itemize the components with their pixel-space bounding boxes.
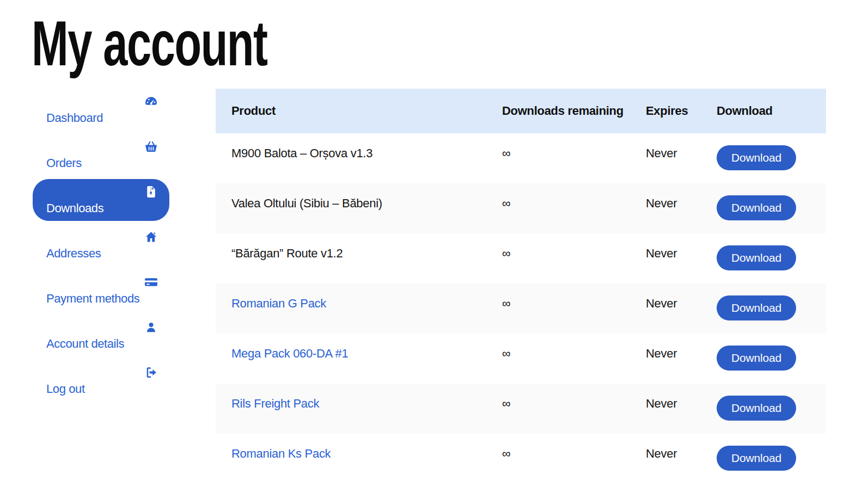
download-button[interactable]: Download (717, 245, 796, 270)
column-header-expires: Expires (646, 104, 717, 118)
downloads-remaining-value: ∞ (502, 334, 646, 361)
product-name: Valea Oltului (Sibiu – Băbeni) (231, 183, 502, 211)
column-header-product: Product (231, 104, 502, 118)
expires-value: Never (646, 233, 717, 261)
downloads-remaining-value: ∞ (502, 283, 646, 311)
product-link[interactable]: Rils Freight Pack (231, 384, 502, 411)
basket-icon (46, 140, 158, 154)
downloads-remaining-value: ∞ (502, 183, 646, 211)
account-sidebar: Dashboard Orders Downloads Addresses Pay… (33, 89, 169, 405)
sidebar-item-label: Log out (46, 382, 158, 396)
sidebar-item-payment-methods[interactable]: Payment methods (33, 269, 169, 311)
tachometer-icon (46, 95, 158, 109)
download-button[interactable]: Download (717, 195, 796, 220)
sidebar-item-label: Payment methods (46, 292, 158, 306)
sidebar-item-label: Addresses (46, 246, 158, 261)
table-row: Romanian Ks Pack ∞ Never Download (216, 434, 826, 484)
table-row: Rils Freight Pack ∞ Never Download (216, 384, 826, 434)
table-row: Valea Oltului (Sibiu – Băbeni) ∞ Never D… (216, 183, 826, 233)
table-header: ProductDownloads remainingExpiresDownloa… (216, 89, 826, 133)
table-row: M900 Balota – Orșova v1.3 ∞ Never Downlo… (216, 133, 826, 183)
table-row: “Bărăgan” Route v1.2 ∞ Never Download (216, 233, 826, 283)
home-icon (46, 230, 158, 244)
product-link[interactable]: Romanian Ks Pack (231, 434, 502, 461)
expires-value: Never (646, 133, 717, 161)
credit-card-icon (46, 275, 158, 289)
product-name: “Bărăgan” Route v1.2 (231, 233, 502, 261)
my-account-page: { "page": { "title": "My account" }, "co… (0, 0, 868, 487)
column-header-downloads-remaining: Downloads remaining (502, 104, 646, 118)
downloads-remaining-value: ∞ (502, 384, 646, 411)
expires-value: Never (646, 434, 717, 461)
sidebar-item-log-out[interactable]: Log out (33, 360, 169, 402)
sidebar-item-label: Dashboard (46, 111, 158, 125)
column-header-download: Download (717, 104, 810, 118)
sidebar-item-orders[interactable]: Orders (33, 134, 169, 176)
page-title: My account (32, 12, 267, 75)
sign-out-icon (46, 366, 158, 380)
expires-value: Never (646, 183, 717, 211)
sidebar-item-addresses[interactable]: Addresses (33, 224, 169, 266)
product-link[interactable]: Romanian G Pack (231, 283, 502, 311)
sidebar-item-label: Account details (46, 337, 158, 351)
product-name: M900 Balota – Orșova v1.3 (231, 133, 502, 161)
download-button[interactable]: Download (717, 295, 796, 320)
user-icon (46, 320, 158, 335)
sidebar-item-label: Downloads (46, 201, 158, 215)
sidebar-item-dashboard[interactable]: Dashboard (33, 89, 169, 131)
table-row: Romanian G Pack ∞ Never Download (216, 283, 826, 334)
download-button[interactable]: Download (717, 346, 796, 371)
expires-value: Never (646, 334, 717, 361)
sidebar-item-downloads[interactable]: Downloads (33, 179, 169, 221)
zip-file-icon (46, 185, 158, 199)
expires-value: Never (646, 384, 717, 411)
sidebar-item-label: Orders (46, 156, 158, 170)
product-link[interactable]: Mega Pack 060-DA #1 (231, 334, 502, 361)
downloads-remaining-value: ∞ (502, 233, 646, 261)
downloads-remaining-value: ∞ (502, 133, 646, 161)
expires-value: Never (646, 283, 717, 311)
downloads-table: ProductDownloads remainingExpiresDownloa… (216, 89, 826, 484)
sidebar-item-account-details[interactable]: Account details (33, 315, 169, 356)
download-button[interactable]: Download (717, 145, 796, 170)
downloads-remaining-value: ∞ (502, 434, 646, 461)
download-button[interactable]: Download (717, 446, 796, 471)
table-row: Mega Pack 060-DA #1 ∞ Never Download (216, 334, 826, 384)
table-body: M900 Balota – Orșova v1.3 ∞ Never Downlo… (216, 133, 826, 484)
download-button[interactable]: Download (717, 396, 796, 421)
